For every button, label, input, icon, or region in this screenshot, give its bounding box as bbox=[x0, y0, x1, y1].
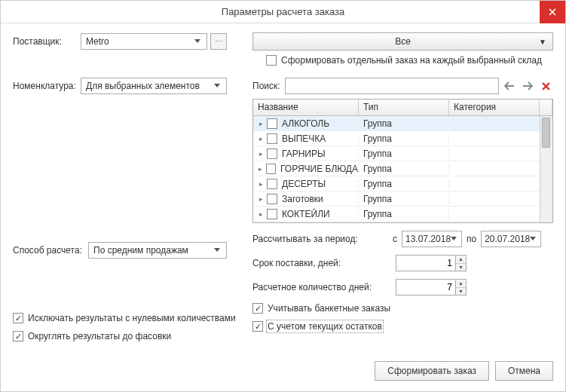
submit-label: Сформировать заказ bbox=[387, 366, 476, 376]
items-grid: Название Тип Категория ▸АЛКОГОЛЬГруппа▸В… bbox=[252, 99, 553, 223]
table-row[interactable]: ▸ГОРЯЧИЕ БЛЮДАГруппа bbox=[253, 161, 540, 176]
calc-method-combo[interactable]: По средним продажам bbox=[88, 242, 227, 259]
period-label: Рассчитывать за период: bbox=[252, 234, 388, 244]
date-to-input[interactable]: 20.07.2018 bbox=[481, 231, 541, 247]
row-name: ГАРНИРЫ bbox=[282, 149, 326, 159]
search-next-button[interactable] bbox=[520, 78, 535, 93]
row-type: Группа bbox=[359, 149, 449, 159]
chevron-down-icon bbox=[451, 237, 460, 241]
arrow-right-icon bbox=[522, 81, 533, 90]
row-checkbox[interactable] bbox=[267, 209, 277, 219]
split-orders-checkbox[interactable] bbox=[266, 55, 277, 66]
chevron-down-icon bbox=[211, 78, 223, 93]
grid-header: Название Тип Категория bbox=[253, 100, 552, 116]
date-from-value: 13.07.2018 bbox=[405, 234, 451, 244]
chevron-down-icon bbox=[530, 237, 539, 241]
cancel-button[interactable]: Отмена bbox=[495, 361, 553, 381]
search-prev-button[interactable] bbox=[502, 78, 517, 93]
supplier-value: Metro bbox=[86, 36, 191, 47]
calc-days-spinner[interactable]: ▲▼ bbox=[456, 279, 467, 296]
delivery-days-spinner[interactable]: ▲▼ bbox=[456, 255, 467, 271]
calc-method-label: Способ расчета: bbox=[13, 245, 88, 256]
expand-icon[interactable]: ▸ bbox=[258, 120, 264, 127]
row-checkbox[interactable] bbox=[266, 164, 276, 174]
row-name: КОКТЕЙЛИ bbox=[282, 209, 330, 219]
nomenclature-value: Для выбранных элементов bbox=[86, 81, 211, 91]
expand-icon[interactable]: ▸ bbox=[258, 210, 264, 218]
calc-days-label: Расчетное количество дней: bbox=[252, 282, 388, 292]
row-type: Группа bbox=[359, 209, 449, 219]
banquet-label: Учитывать банкетные заказы bbox=[268, 303, 390, 314]
arrow-left-icon bbox=[504, 81, 515, 90]
table-row[interactable]: ▸Молочная проду…Группа bbox=[253, 222, 540, 222]
calc-days-input[interactable] bbox=[396, 279, 456, 296]
window-title: Параметры расчета заказа bbox=[222, 6, 344, 17]
warehouse-dropdown[interactable]: Все ▼ bbox=[252, 32, 553, 51]
warehouse-value: Все bbox=[395, 36, 411, 47]
row-name: ДЕСЕРТЫ bbox=[282, 179, 326, 189]
period-from-prefix: с bbox=[393, 234, 397, 244]
cancel-label: Отмена bbox=[508, 366, 540, 376]
row-checkbox[interactable] bbox=[267, 179, 277, 189]
round-pack-label: Округлять результаты до фасовки bbox=[28, 331, 171, 341]
row-name: Заготовки bbox=[282, 194, 323, 204]
exclude-zero-label: Исключать результаты с нулевыми количест… bbox=[28, 313, 236, 323]
chevron-down-icon bbox=[191, 34, 203, 49]
table-row[interactable]: ▸ГАРНИРЫГруппа bbox=[253, 146, 540, 161]
titlebar: Параметры расчета заказа bbox=[1, 1, 565, 23]
chevron-down-icon: ▼ bbox=[539, 38, 546, 46]
banquet-checkbox[interactable]: ✓ bbox=[252, 303, 263, 314]
exclude-zero-checkbox[interactable]: ✓ bbox=[13, 313, 23, 323]
scrollbar-thumb[interactable] bbox=[542, 118, 550, 148]
chevron-down-icon bbox=[211, 243, 223, 258]
delivery-days-input[interactable] bbox=[396, 255, 456, 271]
supplier-label: Поставщик: bbox=[13, 36, 81, 47]
expand-icon[interactable]: ▸ bbox=[258, 150, 264, 158]
expand-icon[interactable]: ▸ bbox=[258, 195, 264, 203]
round-pack-checkbox[interactable]: ✓ bbox=[13, 331, 23, 341]
row-name: ГОРЯЧИЕ БЛЮДА bbox=[280, 164, 358, 174]
col-header-type[interactable]: Тип bbox=[359, 100, 449, 115]
expand-icon[interactable]: ▸ bbox=[258, 180, 264, 188]
grid-scrollbar[interactable] bbox=[540, 116, 552, 222]
expand-icon[interactable]: ▸ bbox=[258, 165, 263, 173]
row-checkbox[interactable] bbox=[267, 149, 277, 159]
row-name: АЛКОГОЛЬ bbox=[282, 118, 329, 129]
search-input[interactable] bbox=[285, 78, 499, 94]
stock-label: С учетом текущих остатков bbox=[268, 321, 382, 332]
row-checkbox[interactable] bbox=[267, 194, 277, 204]
row-checkbox[interactable] bbox=[267, 133, 277, 144]
col-header-name[interactable]: Название bbox=[253, 100, 359, 115]
col-header-scroll bbox=[540, 100, 552, 115]
close-icon bbox=[542, 82, 550, 90]
stock-checkbox[interactable]: ✓ bbox=[252, 321, 263, 332]
delivery-days-label: Срок поставки, дней: bbox=[252, 258, 388, 268]
row-checkbox[interactable] bbox=[267, 118, 277, 129]
date-to-value: 20.07.2018 bbox=[485, 234, 530, 244]
table-row[interactable]: ▸АЛКОГОЛЬГруппа bbox=[253, 116, 540, 131]
row-type: Группа bbox=[359, 133, 449, 144]
search-label: Поиск: bbox=[252, 81, 280, 91]
close-icon bbox=[549, 8, 556, 16]
supplier-combo[interactable]: Metro bbox=[81, 33, 207, 50]
calc-method-value: По средним продажам bbox=[93, 245, 211, 256]
row-type: Группа bbox=[359, 118, 449, 129]
table-row[interactable]: ▸ДЕСЕРТЫГруппа bbox=[253, 176, 540, 191]
table-row[interactable]: ▸ЗаготовкиГруппа bbox=[253, 191, 540, 207]
nomenclature-combo[interactable]: Для выбранных элементов bbox=[81, 78, 227, 94]
supplier-more-button[interactable]: ⋯ bbox=[210, 33, 227, 50]
row-type: Группа bbox=[359, 179, 449, 189]
split-orders-label: Сформировать отдельный заказ на каждый в… bbox=[281, 55, 542, 66]
table-row[interactable]: ▸ВЫПЕЧКАГруппа bbox=[253, 131, 540, 146]
nomenclature-label: Номенклатура: bbox=[13, 81, 81, 91]
row-name: ВЫПЕЧКА bbox=[282, 133, 326, 144]
submit-button[interactable]: Сформировать заказ bbox=[375, 361, 489, 381]
date-from-input[interactable]: 13.07.2018 bbox=[402, 231, 462, 247]
table-row[interactable]: ▸КОКТЕЙЛИГруппа bbox=[253, 207, 540, 222]
expand-icon[interactable]: ▸ bbox=[258, 135, 264, 142]
row-type: Группа bbox=[359, 164, 449, 174]
search-clear-button[interactable] bbox=[538, 78, 553, 93]
close-button[interactable] bbox=[540, 1, 565, 23]
col-header-category[interactable]: Категория bbox=[449, 100, 540, 115]
period-to-prefix: по bbox=[467, 234, 476, 244]
